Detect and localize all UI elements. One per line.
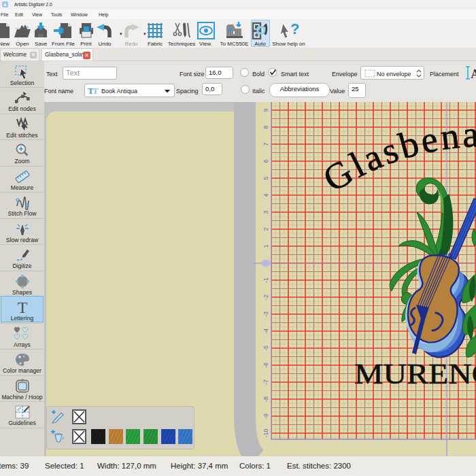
svg-text:-9: -9: [262, 413, 269, 419]
svg-text:T: T: [92, 86, 99, 95]
svg-text:-5: -5: [262, 345, 269, 351]
svg-text:-6: -6: [262, 362, 269, 368]
svg-text:2: 2: [262, 227, 269, 231]
svg-text:MURENÒ: MURENÒ: [354, 358, 476, 390]
svg-text:T: T: [17, 300, 27, 315]
svg-text:?: ?: [290, 22, 299, 37]
svg-text:8: 8: [262, 125, 269, 129]
svg-text:9: 9: [262, 108, 269, 112]
svg-text:1: 1: [262, 244, 269, 248]
svg-text:-10: -10: [262, 428, 269, 437]
svg-text:6: 6: [262, 159, 269, 163]
svg-text:-3: -3: [262, 311, 269, 317]
svg-text:4: 4: [262, 193, 269, 197]
svg-text:A: A: [471, 67, 476, 81]
svg-text:-2: -2: [262, 294, 269, 300]
svg-text:-7: -7: [262, 379, 269, 385]
svg-text:-8: -8: [262, 396, 269, 402]
svg-text:3: 3: [262, 210, 269, 214]
svg-text:-4: -4: [262, 328, 269, 334]
svg-text:7: 7: [262, 142, 269, 146]
svg-text:-1: -1: [262, 277, 269, 283]
svg-text:5: 5: [262, 176, 269, 180]
